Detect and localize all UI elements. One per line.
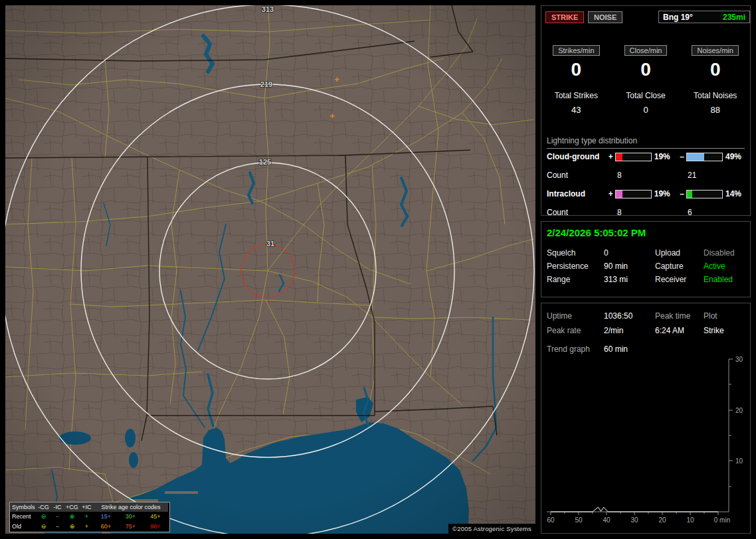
minus-sign: – [678, 189, 687, 198]
receiver-label: Receiver [655, 275, 704, 284]
ring-label-31: 31 [266, 240, 274, 248]
cg-negative-count: 21 [688, 171, 696, 180]
range-value: 313 mi [604, 275, 655, 284]
trend-graph-label: Trend graph [547, 345, 604, 354]
cg-positive-count: 8 [617, 171, 688, 180]
strike-marker: + [334, 74, 339, 84]
x-tick-10: 10 [686, 516, 694, 524]
cloud-ground-label: Cloud-ground [547, 152, 607, 161]
intracloud-label: Intracloud [547, 189, 607, 198]
plus-sign: + [607, 152, 616, 161]
peak-rate-label: Peak rate [547, 326, 604, 335]
symbol-pos-ic-recent-icon: + [80, 512, 94, 522]
legend-row-recent-label: Recent [10, 512, 37, 522]
legend-row-old-label: Old [10, 522, 37, 532]
range-row: Range 313 mi Receiver Enabled [541, 273, 750, 286]
ring-label-219: 219 [260, 80, 272, 88]
upload-status: Disabled [704, 248, 735, 258]
plot-label: Plot [704, 311, 717, 321]
strikes-per-min-value: 0 [541, 59, 611, 80]
noise-toggle-button[interactable]: NOISE [588, 11, 622, 23]
ic-positive-percent: 19% [652, 189, 678, 198]
uptime-label: Uptime [547, 311, 604, 321]
map-canvas: 313 219 125 31 + + [5, 5, 535, 534]
close-per-min-button[interactable]: Close/min [624, 45, 668, 56]
symbol-neg-cg-recent-icon: ⊖ [37, 512, 50, 522]
count-label: Count [547, 171, 617, 180]
symbol-neg-ic-old-icon: − [50, 522, 64, 532]
trend-axes [547, 359, 733, 515]
lightning-monitor-app: 313 219 125 31 + + Symbols -CG -IC +CG +… [0, 0, 756, 539]
legend-grid: Symbols -CG -IC +CG +IC Strike age color… [10, 502, 169, 532]
strike-marker: + [330, 111, 335, 121]
y-tick-30: 30 [735, 356, 743, 363]
squelch-row: Squelch 0 Upload Disabled [541, 246, 750, 260]
legend-age-header: Strike age color codes [94, 502, 168, 512]
trend-series-line [551, 507, 718, 512]
distribution-title: Lightning type distribution [547, 136, 745, 149]
trend-y-labels: 30 20 10 [735, 356, 743, 465]
symbol-neg-ic-recent-icon: − [50, 512, 64, 522]
total-noises-label: Total Noises [680, 91, 750, 100]
peak-time-label: Peak time [655, 311, 704, 321]
rate-values-row: 0 0 0 [541, 59, 750, 80]
close-per-min-value: 0 [611, 59, 681, 80]
strike-stats-panel: STRIKE NOISE Bng 19° 235mi Strikes/min C… [541, 5, 751, 216]
strike-toggle-button[interactable]: STRIKE [545, 11, 584, 23]
range-label: Range [547, 275, 604, 284]
strikes-per-min-button[interactable]: Strikes/min [553, 45, 599, 56]
persistence-row: Persistence 90 min Capture Active [541, 260, 750, 273]
total-noises-value: 88 [680, 105, 750, 115]
x-tick-30: 30 [630, 516, 638, 524]
trend-x-labels: 60 50 40 30 20 10 0 min [547, 516, 730, 524]
uptime-value: 1036:50 [604, 311, 655, 321]
age-code-30: 30+ [118, 512, 143, 522]
distance-value: 235mi [723, 13, 745, 22]
x-tick-60: 60 [547, 516, 555, 524]
bearing-distance-readout: Bng 19° 235mi [658, 11, 750, 23]
noises-per-min-button[interactable]: Noises/min [692, 45, 738, 56]
ic-negative-count: 6 [688, 208, 692, 217]
legend-col-pic: +IC [80, 502, 94, 512]
age-code-90: 90+ [143, 522, 168, 532]
cloud-ground-count-row: Count 8 21 [547, 171, 696, 180]
status-panel: 2/24/2026 5:05:02 PM Squelch 0 Upload Di… [541, 221, 751, 297]
uptime-row: Uptime 1036:50 Peak time Plot [541, 309, 750, 323]
age-code-45: 45+ [143, 512, 168, 522]
datetime-display: 2/24/2026 5:05:02 PM [547, 227, 750, 238]
capture-label: Capture [655, 262, 704, 271]
trend-window-value: 60 min [604, 345, 655, 354]
ic-negative-bar [686, 190, 723, 198]
receiver-status: Enabled [704, 275, 733, 284]
upload-label: Upload [655, 248, 704, 258]
age-code-15: 15+ [94, 512, 118, 522]
symbol-neg-cg-old-icon: ⊖ [37, 522, 50, 532]
squelch-label: Squelch [547, 248, 604, 258]
legend-col-nic: -IC [50, 502, 64, 512]
ic-positive-bar [615, 190, 652, 198]
total-strikes-label: Total Strikes [541, 91, 611, 100]
age-code-75: 75+ [118, 522, 143, 532]
total-close-value: 0 [611, 105, 681, 115]
symbol-pos-cg-old-icon: ⊕ [64, 522, 80, 532]
capture-status: Active [704, 262, 725, 271]
ring-label-125: 125 [259, 158, 271, 166]
total-labels-row: Total Strikes Total Close Total Noises [541, 91, 750, 100]
legend-symbols-header: Symbols [10, 502, 37, 512]
plus-sign: + [607, 189, 616, 198]
x-tick-20: 20 [658, 516, 666, 524]
squelch-value: 0 [604, 248, 655, 258]
legend-col-ncg: -CG [37, 502, 50, 512]
cg-positive-bar [615, 153, 652, 161]
symbol-pos-cg-recent-icon: ⊕ [64, 512, 80, 522]
cg-negative-percent: 49% [723, 152, 749, 161]
noises-per-min-value: 0 [680, 59, 750, 80]
peak-time-value: 6:24 AM [655, 326, 704, 335]
total-values-row: 43 0 88 [541, 105, 750, 115]
intracloud-count-row: Count 8 6 [547, 208, 692, 217]
total-close-label: Total Close [611, 91, 681, 100]
strike-map[interactable]: 313 219 125 31 + + Symbols -CG -IC +CG +… [5, 5, 535, 534]
trend-graph: 60 50 40 30 20 10 0 min 30 20 10 [543, 354, 749, 532]
map-legend: Symbols -CG -IC +CG +IC Strike age color… [9, 502, 170, 532]
persistence-value: 90 min [604, 262, 655, 271]
